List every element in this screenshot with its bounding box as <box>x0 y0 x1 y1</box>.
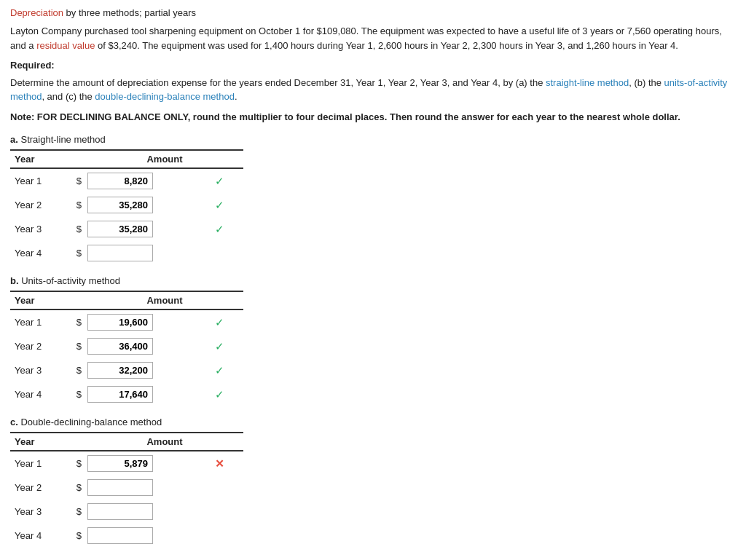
check-icon: ✓ <box>215 340 224 352</box>
check-icon: ✓ <box>215 316 224 328</box>
status-cell: ✓ <box>206 217 243 241</box>
dollar-sign: $ <box>68 241 83 265</box>
year-cell: Year 3 <box>10 500 68 524</box>
input-cell[interactable] <box>83 217 206 241</box>
table-row: Year 3$✓ <box>10 358 243 382</box>
paragraph2: Determine the amount of depreciation exp… <box>10 76 736 104</box>
dollar-sign: $ <box>68 382 83 406</box>
section-a-table: Year Amount Year 1$✓Year 2$✓Year 3$✓Year… <box>10 149 243 265</box>
year-cell: Year 2 <box>10 476 68 500</box>
col-amount-b: Amount <box>68 291 243 309</box>
input-cell[interactable] <box>83 193 206 217</box>
amount-input[interactable] <box>87 197 153 213</box>
check-icon: ✓ <box>215 199 224 211</box>
double-declining-link[interactable]: double-declining-balance method <box>95 91 235 102</box>
title-suffix: by three methods; partial years <box>63 7 196 18</box>
table-row: Year 2$✓ <box>10 193 243 217</box>
year-cell: Year 4 <box>10 524 68 548</box>
year-cell: Year 1 <box>10 451 68 476</box>
check-icon: ✓ <box>215 175 224 187</box>
status-cell: ✓ <box>206 309 243 334</box>
table-row: Year 1$✓ <box>10 309 243 334</box>
table-row: Year 4$ <box>10 241 243 265</box>
year-cell: Year 3 <box>10 358 68 382</box>
amount-input[interactable] <box>87 314 153 331</box>
amount-input[interactable] <box>87 455 153 472</box>
year-cell: Year 4 <box>10 241 68 265</box>
col-amount-c: Amount <box>68 433 243 451</box>
table-row: Year 1$✕ <box>10 451 243 476</box>
paragraph1: Layton Company purchased tool sharpening… <box>10 24 736 52</box>
dollar-sign: $ <box>68 309 83 334</box>
year-cell: Year 1 <box>10 309 68 334</box>
section-c-table: Year Amount Year 1$✕Year 2$Year 3$Year 4… <box>10 432 243 548</box>
required-label: Required: <box>10 58 736 73</box>
table-row: Year 1$✓ <box>10 168 243 193</box>
section-b-label: b. Units-of-activity method <box>10 275 736 286</box>
amount-input[interactable] <box>87 338 153 355</box>
check-icon: ✓ <box>215 223 224 235</box>
input-cell[interactable] <box>83 358 206 382</box>
col-year-b: Year <box>10 291 68 309</box>
check-icon: ✓ <box>215 364 224 376</box>
amount-input[interactable] <box>87 527 153 544</box>
dollar-sign: $ <box>68 524 83 548</box>
cross-icon: ✕ <box>215 457 224 470</box>
table-row: Year 3$✓ <box>10 217 243 241</box>
check-icon: ✓ <box>215 388 224 401</box>
input-cell[interactable] <box>83 168 206 193</box>
amount-input[interactable] <box>87 386 153 403</box>
status-cell <box>206 500 243 524</box>
status-cell <box>206 476 243 500</box>
year-cell: Year 1 <box>10 168 68 193</box>
dollar-sign: $ <box>68 500 83 524</box>
title-line: Depreciation by three methods; partial y… <box>10 7 736 18</box>
status-cell: ✓ <box>206 358 243 382</box>
status-cell: ✓ <box>206 334 243 358</box>
col-amount-a: Amount <box>68 150 243 168</box>
table-row: Year 3$ <box>10 500 243 524</box>
amount-input[interactable] <box>87 221 153 237</box>
input-cell[interactable] <box>83 309 206 334</box>
amount-input[interactable] <box>87 245 153 261</box>
table-row: Year 4$✓ <box>10 382 243 406</box>
dollar-sign: $ <box>68 168 83 193</box>
dollar-sign: $ <box>68 193 83 217</box>
year-cell: Year 4 <box>10 382 68 406</box>
input-cell[interactable] <box>83 524 206 548</box>
amount-input[interactable] <box>87 173 153 189</box>
status-cell: ✓ <box>206 193 243 217</box>
straight-line-link[interactable]: straight-line method <box>546 77 629 88</box>
section-b-table: Year Amount Year 1$✓Year 2$✓Year 3$✓Year… <box>10 291 243 406</box>
table-row: Year 4$ <box>10 524 243 548</box>
status-cell <box>206 524 243 548</box>
section-a-label: a. Straight-line method <box>10 134 736 145</box>
amount-input[interactable] <box>87 362 153 379</box>
amount-input[interactable] <box>87 479 153 496</box>
input-cell[interactable] <box>83 241 206 265</box>
dollar-sign: $ <box>68 451 83 476</box>
year-cell: Year 2 <box>10 193 68 217</box>
dollar-sign: $ <box>68 476 83 500</box>
status-cell: ✕ <box>206 451 243 476</box>
table-row: Year 2$ <box>10 476 243 500</box>
dollar-sign: $ <box>68 334 83 358</box>
input-cell[interactable] <box>83 476 206 500</box>
status-cell: ✓ <box>206 168 243 193</box>
dollar-sign: $ <box>68 358 83 382</box>
amount-input[interactable] <box>87 503 153 520</box>
residual-value-link[interactable]: residual value <box>36 40 95 51</box>
col-year-c: Year <box>10 433 68 451</box>
table-row: Year 2$✓ <box>10 334 243 358</box>
year-cell: Year 2 <box>10 334 68 358</box>
input-cell[interactable] <box>83 382 206 406</box>
depreciation-link[interactable]: Depreciation <box>10 7 63 18</box>
dollar-sign: $ <box>68 217 83 241</box>
input-cell[interactable] <box>83 334 206 358</box>
note-text: Note: FOR DECLINING BALANCE ONLY, round … <box>10 110 736 125</box>
status-cell: ✓ <box>206 382 243 406</box>
input-cell[interactable] <box>83 451 206 476</box>
input-cell[interactable] <box>83 500 206 524</box>
year-cell: Year 3 <box>10 217 68 241</box>
col-year-a: Year <box>10 150 68 168</box>
